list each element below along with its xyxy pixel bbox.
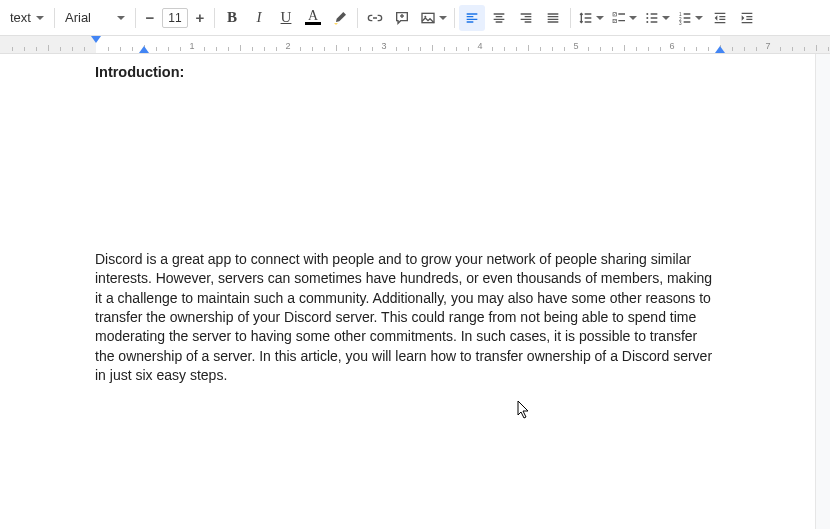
ruler-number: 6 (669, 41, 674, 51)
bulleted-list-icon (644, 10, 660, 26)
italic-button[interactable]: I (246, 5, 272, 31)
formatting-toolbar: text Arial − + B I U A (0, 0, 830, 36)
svg-point-7 (646, 17, 648, 19)
increase-indent-icon (739, 10, 755, 26)
chevron-down-icon (629, 16, 637, 20)
svg-point-6 (646, 13, 648, 15)
chevron-down-icon (36, 16, 44, 20)
svg-point-8 (646, 21, 648, 23)
toolbar-separator (214, 8, 215, 28)
left-indent-marker[interactable] (139, 46, 149, 53)
toolbar-separator (54, 8, 55, 28)
line-spacing-icon (578, 10, 594, 26)
ruler-number: 5 (573, 41, 578, 51)
decrease-indent-icon (712, 10, 728, 26)
toolbar-separator (135, 8, 136, 28)
align-group (459, 5, 566, 31)
horizontal-ruler[interactable]: 1234567 (0, 36, 830, 54)
chevron-down-icon (117, 16, 125, 20)
insert-image-button[interactable] (416, 5, 450, 31)
align-center-icon (491, 10, 507, 26)
insert-comment-button[interactable] (389, 5, 415, 31)
svg-text:3: 3 (679, 21, 682, 26)
numbered-list-icon: 1 2 3 (677, 10, 693, 26)
font-size-group: − + (140, 8, 210, 28)
toolbar-separator (570, 8, 571, 28)
link-icon (367, 10, 383, 26)
text-color-icon: A (308, 10, 318, 22)
image-icon (420, 10, 436, 26)
page-content[interactable]: Introduction: Discord is a great app to … (0, 54, 815, 385)
text-color-swatch (305, 22, 321, 25)
page[interactable]: Introduction: Discord is a great app to … (0, 54, 816, 529)
chevron-down-icon (695, 16, 703, 20)
align-right-icon (518, 10, 534, 26)
comment-icon (394, 10, 410, 26)
highlight-color-button[interactable] (327, 5, 353, 31)
font-size-input[interactable] (162, 8, 188, 28)
font-family-label: Arial (65, 10, 113, 25)
body-paragraph[interactable]: Discord is a great app to connect with p… (95, 250, 720, 385)
increase-indent-button[interactable] (734, 5, 760, 31)
chevron-down-icon (596, 16, 604, 20)
toolbar-separator (454, 8, 455, 28)
increase-font-size-button[interactable]: + (190, 8, 210, 28)
bold-button[interactable]: B (219, 5, 245, 31)
decrease-indent-button[interactable] (707, 5, 733, 31)
highlighter-icon (332, 10, 348, 26)
font-family-select[interactable]: Arial (59, 5, 131, 31)
list-group: 1 2 3 (608, 5, 760, 31)
insert-link-button[interactable] (362, 5, 388, 31)
toolbar-separator (357, 8, 358, 28)
underline-button[interactable]: U (273, 5, 299, 31)
document-canvas: Introduction: Discord is a great app to … (0, 54, 830, 529)
decrease-font-size-button[interactable]: − (140, 8, 160, 28)
bulleted-list-button[interactable] (641, 5, 673, 31)
ruler-number: 7 (765, 41, 770, 51)
checklist-button[interactable] (608, 5, 640, 31)
align-center-button[interactable] (486, 5, 512, 31)
line-spacing-button[interactable] (575, 5, 607, 31)
align-justify-button[interactable] (540, 5, 566, 31)
align-right-button[interactable] (513, 5, 539, 31)
paragraph-style-select[interactable]: text (4, 5, 50, 31)
heading-introduction[interactable]: Introduction: (95, 62, 720, 82)
align-justify-icon (545, 10, 561, 26)
ruler-number: 2 (285, 41, 290, 51)
ruler-number: 3 (381, 41, 386, 51)
text-color-button[interactable]: A (300, 5, 326, 31)
paragraph-style-label: text (10, 10, 32, 25)
ruler-number: 1 (189, 41, 194, 51)
align-left-button[interactable] (459, 5, 485, 31)
chevron-down-icon (439, 16, 447, 20)
checklist-icon (611, 10, 627, 26)
numbered-list-button[interactable]: 1 2 3 (674, 5, 706, 31)
chevron-down-icon (662, 16, 670, 20)
align-left-icon (464, 10, 480, 26)
right-indent-marker[interactable] (715, 46, 725, 53)
first-line-indent-marker[interactable] (91, 36, 101, 43)
ruler-number: 4 (477, 41, 482, 51)
